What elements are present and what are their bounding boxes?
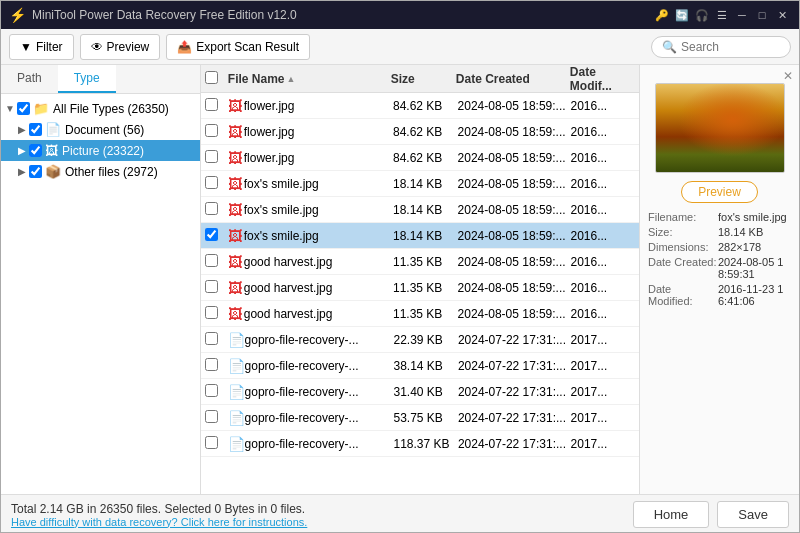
- tree-item-other[interactable]: ▶ 📦 Other files (2972): [1, 161, 200, 182]
- row-checkbox[interactable]: [205, 384, 218, 397]
- preview-toolbar-button[interactable]: 👁 Preview: [80, 34, 161, 60]
- folder-icon-all: 📁: [33, 101, 49, 116]
- doc-file-icon: 📄: [228, 410, 245, 426]
- close-icon[interactable]: ✕: [773, 6, 791, 24]
- file-size: 18.14 KB: [393, 203, 458, 217]
- row-checkbox[interactable]: [205, 254, 218, 267]
- file-name: flower.jpg: [244, 99, 393, 113]
- file-created: 2024-07-22 17:31:...: [458, 385, 571, 399]
- dimensions-label: Dimensions:: [648, 241, 718, 253]
- jpg-file-icon: 🖼: [228, 202, 244, 218]
- row-checkbox[interactable]: [205, 358, 218, 371]
- tree-label-document: Document (56): [65, 123, 144, 137]
- headset-icon[interactable]: 🎧: [693, 6, 711, 24]
- file-modified: 2016...: [570, 229, 635, 243]
- file-name: good harvest.jpg: [244, 281, 393, 295]
- table-row[interactable]: 🖼 fox's smile.jpg 18.14 KB 2024-08-05 18…: [201, 171, 639, 197]
- filter-button[interactable]: ▼ Filter: [9, 34, 74, 60]
- table-row[interactable]: 📄 gopro-file-recovery-... 31.40 KB 2024-…: [201, 379, 639, 405]
- row-checkbox[interactable]: [205, 150, 218, 163]
- preview-size-row: Size: 18.14 KB: [648, 226, 791, 238]
- table-row[interactable]: 🖼 good harvest.jpg 11.35 KB 2024-08-05 1…: [201, 275, 639, 301]
- jpg-file-icon: 🖼: [228, 228, 244, 244]
- tab-type[interactable]: Type: [58, 65, 116, 93]
- status-bar: Total 2.14 GB in 26350 files. Selected 0…: [1, 494, 799, 533]
- checkbox-document[interactable]: [29, 123, 42, 136]
- tree-item-all[interactable]: ▼ 📁 All File Types (26350): [1, 98, 200, 119]
- row-checkbox[interactable]: [205, 280, 218, 293]
- menu-icon[interactable]: ☰: [713, 6, 731, 24]
- table-row[interactable]: 📄 gopro-file-recovery-... 53.75 KB 2024-…: [201, 405, 639, 431]
- preview-label: Preview: [107, 40, 150, 54]
- jpg-file-icon: 🖼: [228, 254, 244, 270]
- header-filename[interactable]: File Name ▲: [228, 72, 391, 86]
- tab-path[interactable]: Path: [1, 65, 58, 93]
- table-row[interactable]: 📄 gopro-file-recovery-... 38.14 KB 2024-…: [201, 353, 639, 379]
- tree-item-picture[interactable]: ▶ 🖼 Picture (23322): [1, 140, 200, 161]
- table-row[interactable]: 🖼 fox's smile.jpg 18.14 KB 2024-08-05 18…: [201, 197, 639, 223]
- preview-action-button[interactable]: Preview: [681, 181, 758, 203]
- header-size[interactable]: Size: [391, 72, 456, 86]
- header-modified[interactable]: Date Modif...: [570, 65, 635, 93]
- minimize-icon[interactable]: ─: [733, 6, 751, 24]
- row-checkbox[interactable]: [205, 436, 218, 449]
- search-icon: 🔍: [662, 40, 677, 54]
- table-row[interactable]: 🖼 good harvest.jpg 11.35 KB 2024-08-05 1…: [201, 301, 639, 327]
- row-checkbox[interactable]: [205, 124, 218, 137]
- help-link[interactable]: Have difficulty with data recovery? Clic…: [11, 516, 307, 528]
- preview-created-row: Date Created: 2024-08-05 18:59:31: [648, 256, 791, 280]
- header-checkbox-col: [205, 71, 228, 87]
- header-created[interactable]: Date Created: [456, 72, 570, 86]
- file-list-body: 🖼 flower.jpg 84.62 KB 2024-08-05 18:59:.…: [201, 93, 639, 494]
- file-name: good harvest.jpg: [244, 307, 393, 321]
- file-created: 2024-07-22 17:31:...: [458, 333, 571, 347]
- file-type-tree: ▼ 📁 All File Types (26350) ▶ 📄 Document …: [1, 94, 200, 494]
- table-row[interactable]: 📄 gopro-file-recovery-... 22.39 KB 2024-…: [201, 327, 639, 353]
- table-row[interactable]: 🖼 flower.jpg 84.62 KB 2024-08-05 18:59:.…: [201, 119, 639, 145]
- file-modified: 2016...: [570, 125, 635, 139]
- save-button[interactable]: Save: [717, 501, 789, 528]
- row-checkbox[interactable]: [205, 98, 218, 111]
- toolbar: ▼ Filter 👁 Preview 📤 Export Scan Result …: [1, 29, 799, 65]
- row-checkbox[interactable]: [205, 306, 218, 319]
- preview-info: Filename: fox's smile.jpg Size: 18.14 KB…: [648, 211, 791, 310]
- row-checkbox[interactable]: [205, 410, 218, 423]
- table-row[interactable]: 🖼 good harvest.jpg 11.35 KB 2024-08-05 1…: [201, 249, 639, 275]
- checkbox-picture[interactable]: [29, 144, 42, 157]
- checkbox-other[interactable]: [29, 165, 42, 178]
- table-row[interactable]: 📄 gopro-file-recovery-... 118.37 KB 2024…: [201, 431, 639, 457]
- checkbox-all[interactable]: [17, 102, 30, 115]
- file-name: gopro-file-recovery-...: [245, 385, 394, 399]
- key-icon[interactable]: 🔑: [653, 6, 671, 24]
- jpg-file-icon: 🖼: [228, 280, 244, 296]
- file-created: 2024-08-05 18:59:...: [458, 255, 571, 269]
- home-button[interactable]: Home: [633, 501, 710, 528]
- preview-close-button[interactable]: ✕: [783, 69, 793, 83]
- modified-value: 2016-11-23 16:41:06: [718, 283, 791, 307]
- tab-bar: Path Type: [1, 65, 200, 94]
- file-list-header: File Name ▲ Size Date Created Date Modif…: [201, 65, 639, 93]
- tree-item-document[interactable]: ▶ 📄 Document (56): [1, 119, 200, 140]
- export-button[interactable]: 📤 Export Scan Result: [166, 34, 310, 60]
- title-bar: ⚡ MiniTool Power Data Recovery Free Edit…: [1, 1, 799, 29]
- file-modified: 2017...: [571, 333, 635, 347]
- row-checkbox[interactable]: [205, 332, 218, 345]
- search-box[interactable]: 🔍: [651, 36, 791, 58]
- file-modified: 2017...: [571, 411, 635, 425]
- file-created: 2024-07-22 17:31:...: [458, 359, 571, 373]
- refresh-icon[interactable]: 🔄: [673, 6, 691, 24]
- table-row[interactable]: 🖼 fox's smile.jpg good harvest.jpg 18.14…: [201, 223, 639, 249]
- maximize-icon[interactable]: □: [753, 6, 771, 24]
- table-row[interactable]: 🖼 flower.jpg 84.62 KB 2024-08-05 18:59:.…: [201, 93, 639, 119]
- file-modified: 2016...: [570, 281, 635, 295]
- table-row[interactable]: 🖼 flower.jpg 84.62 KB 2024-08-05 18:59:.…: [201, 145, 639, 171]
- select-all-checkbox[interactable]: [205, 71, 218, 84]
- file-created: 2024-07-22 17:31:...: [458, 411, 571, 425]
- row-checkbox[interactable]: [205, 176, 218, 189]
- row-checkbox[interactable]: [205, 202, 218, 215]
- file-name: fox's smile.jpg: [244, 203, 393, 217]
- filename-label: Filename:: [648, 211, 718, 223]
- row-checkbox[interactable]: [205, 228, 218, 241]
- size-label: Size:: [648, 226, 718, 238]
- search-input[interactable]: [681, 40, 780, 54]
